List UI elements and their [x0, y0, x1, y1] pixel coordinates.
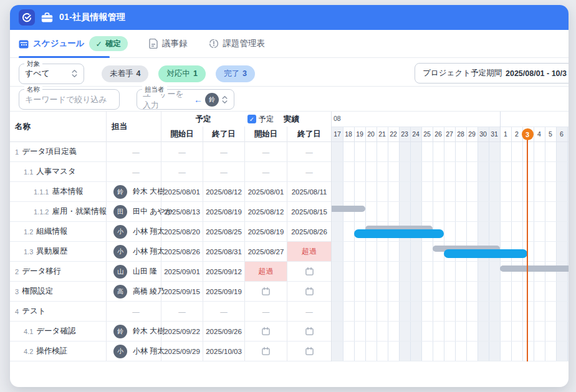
assignee-name: 鈴木 大樹 — [133, 326, 165, 337]
gantt-bar-actual[interactable] — [444, 249, 527, 258]
assignee-filter-avatar[interactable]: 鈴 — [205, 93, 219, 107]
table-header: 名称 担当 予定 開始日 終了日 ✓ 予定 実績 開始日 終了日 — [10, 112, 331, 142]
table-row[interactable]: 1.1人事マスタ————— — [10, 162, 331, 182]
calendar-picker-icon[interactable] — [305, 287, 314, 296]
task-title: データ移行 — [22, 266, 61, 277]
calendar-picker-icon[interactable] — [261, 287, 271, 296]
empty-dash: — — [132, 148, 140, 156]
cell-task-name: 1.2組織情報 — [10, 222, 107, 241]
table-row[interactable]: 4.2操作検証小小林 翔太2025/09/292025/10/03 — [10, 342, 331, 361]
calendar-picker-icon[interactable] — [305, 267, 314, 276]
status-chip-対応中[interactable]: 対応中1 — [158, 65, 205, 82]
cell-actual-end: 超過 — [287, 242, 331, 261]
table-row[interactable]: 4テスト————— — [10, 302, 331, 322]
target-value: すべて — [25, 68, 50, 79]
planned-overlay-checkbox[interactable]: ✓ — [247, 115, 256, 123]
table-row[interactable]: 1データ項目定義————— — [10, 142, 331, 162]
tab-issues[interactable]: 課題管理表 — [209, 38, 266, 49]
assignee-avatar: 小 — [113, 345, 127, 358]
gantt-row-line — [332, 201, 569, 202]
main-card: 01-社員情報管理 スケジュール ✓確定 議事録 課題 — [10, 5, 569, 387]
table-row[interactable]: 4.1データ確認鈴鈴木 大樹2025/09/222025/09/26 — [10, 322, 331, 342]
status-chips: 未着手4対応中1完了3 — [102, 65, 255, 82]
day-label: 20 — [365, 127, 377, 141]
cell-planned-start: — — [161, 142, 203, 161]
col-header-actual-start: 開始日 — [245, 127, 287, 142]
status-chip-label: 完了 — [224, 69, 239, 79]
cell-planned-start: 2025/09/15 — [161, 282, 203, 301]
cell-actual-end: 2025/08/26 — [287, 222, 331, 241]
calendar-picker-icon[interactable] — [261, 347, 271, 356]
tab-minutes[interactable]: 議事録 — [149, 38, 188, 49]
task-title: 異動履歴 — [36, 246, 67, 257]
empty-dash: — — [132, 168, 140, 176]
name-filter-input[interactable]: 名称 キーワードで絞り込み — [19, 89, 120, 110]
cell-task-name: 4.1データ確認 — [10, 322, 107, 341]
table-row[interactable]: 1.1.2雇用・就業情報田田中 あやか2025/08/132025/08/192… — [10, 202, 331, 222]
cell-assignee: 鈴鈴木 大樹 — [107, 182, 161, 201]
cell-planned-end: 2025/09/19 — [203, 282, 245, 301]
cell-actual-start: 2025/08/01 — [245, 182, 287, 201]
app-logo[interactable] — [19, 9, 35, 26]
tab-schedule[interactable]: スケジュール ✓確定 — [19, 36, 128, 51]
cell-task-name: 2データ移行 — [10, 262, 107, 281]
project-period-label: プロジェクト予定期間 — [423, 68, 502, 79]
cell-actual-end: — — [287, 142, 331, 161]
gantt-row-line — [332, 301, 569, 302]
day-label: 21 — [377, 127, 388, 141]
tab-minutes-label: 議事録 — [162, 38, 188, 49]
assignee-name: 小林 翔太 — [133, 246, 165, 257]
col-header-planned-start: 開始日 — [161, 127, 203, 142]
cell-assignee: 田田中 あやか — [107, 202, 161, 221]
cell-task-name: 4.2操作検証 — [10, 342, 107, 361]
name-filter-label: 名称 — [24, 85, 42, 94]
day-label: 31 — [489, 127, 500, 141]
gantt-bar-actual[interactable] — [354, 229, 444, 238]
empty-dash: — — [178, 168, 186, 176]
empty-dash: — — [262, 148, 270, 156]
task-title: 操作検証 — [36, 346, 67, 356]
assignee-filter-input[interactable]: 担当者 ユーザーを入力 ← 鈴 — [137, 89, 234, 110]
status-chip-未着手[interactable]: 未着手4 — [102, 65, 148, 82]
cell-planned-start: 2025/08/26 — [161, 242, 203, 261]
gantt-row-line — [332, 241, 569, 242]
task-number: 1.1 — [24, 168, 33, 176]
calendar-picker-icon[interactable] — [305, 327, 314, 336]
day-label: 6 — [556, 127, 567, 141]
cell-assignee: 小小林 翔太 — [107, 242, 161, 261]
calendar-picker-icon[interactable] — [261, 327, 271, 336]
task-title: 人事マスタ — [36, 166, 75, 177]
task-number: 4.1 — [24, 328, 33, 335]
gantt-bar-planned[interactable] — [500, 265, 569, 272]
gantt-bar-planned[interactable] — [332, 206, 365, 212]
status-chip-count: 1 — [193, 69, 198, 78]
cell-actual-start: 2025/08/27 — [245, 242, 287, 261]
cell-assignee: — — [107, 162, 161, 181]
table-row[interactable]: 2データ移行山山田 隆2025/09/012025/09/12超過 — [10, 262, 331, 282]
cell-planned-start: 2025/09/22 — [161, 322, 203, 341]
col-header-planned-group: 予定 — [161, 112, 245, 127]
day-label: 22 — [388, 127, 399, 141]
app-bar: 01-社員情報管理 — [10, 5, 569, 30]
overdue-badge: 超過 — [245, 262, 287, 281]
cell-planned-end: — — [203, 142, 245, 161]
cell-task-name: 4テスト — [10, 302, 107, 321]
cell-planned-end: 2025/08/12 — [203, 182, 245, 201]
col-header-actual-end: 終了日 — [287, 127, 331, 142]
table-row[interactable]: 1.1.1基本情報鈴鈴木 大樹2025/08/012025/08/122025/… — [10, 182, 331, 202]
cell-task-name: 1データ項目定義 — [10, 142, 107, 161]
table-row[interactable]: 3権限設定高高橋 綾乃2025/09/152025/09/19 — [10, 282, 331, 302]
table-row[interactable]: 1.2組織情報小小林 翔太2025/08/202025/08/252025/08… — [10, 222, 331, 242]
calendar-picker-icon[interactable] — [305, 347, 314, 356]
target-select[interactable]: 対象 すべて — [19, 64, 84, 84]
cell-assignee: 山山田 隆 — [107, 262, 161, 281]
table-row[interactable]: 1.3異動履歴小小林 翔太2025/08/262025/08/312025/08… — [10, 242, 331, 262]
gantt-row-line — [332, 321, 569, 322]
assignee-name: 小林 翔太 — [133, 226, 165, 237]
today-marker[interactable]: 3 — [522, 128, 534, 140]
confirmed-badge[interactable]: ✓確定 — [89, 36, 128, 51]
cell-assignee: — — [107, 142, 161, 161]
status-chip-完了[interactable]: 完了3 — [216, 65, 255, 82]
day-label: 18 — [343, 127, 354, 141]
cell-planned-start: 2025/08/01 — [161, 182, 203, 201]
